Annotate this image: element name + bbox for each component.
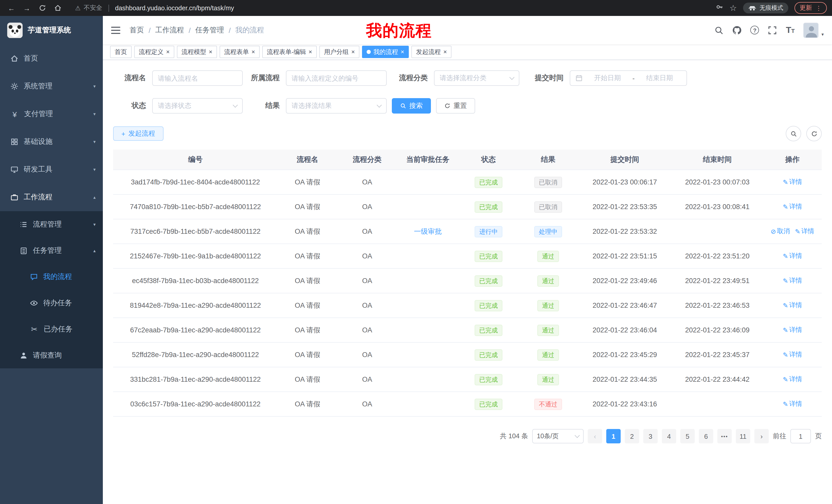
search-button[interactable]: 搜索 — [392, 98, 431, 114]
sidebar-item-done-tasks[interactable]: ✂ 已办任务 — [0, 316, 103, 342]
prev-page-button[interactable]: ‹ — [588, 429, 602, 443]
sidebar-item-todo-tasks[interactable]: 待办任务 — [0, 290, 103, 316]
toolbar: + 发起流程 — [113, 126, 822, 141]
detail-link[interactable]: ✎详情 — [783, 276, 802, 285]
tab-process-form[interactable]: 流程表单× — [219, 46, 260, 58]
reset-button[interactable]: 重置 — [436, 98, 475, 114]
detail-link[interactable]: ✎详情 — [795, 227, 814, 236]
menu-dots-icon: ⋮ — [815, 4, 822, 11]
close-icon[interactable]: × — [443, 49, 447, 55]
tab-my-process[interactable]: 我的流程× — [362, 46, 409, 58]
filter-row-2: 状态 请选择状态 结果 请选择流结果 搜索 重置 — [113, 98, 822, 114]
submit-time-range-picker[interactable]: 开始日期 - 结束日期 — [570, 71, 687, 86]
cell-submit-time: 2022-01-22 23:44:35 — [578, 375, 672, 383]
detail-link[interactable]: ✎详情 — [783, 202, 802, 211]
page-size-select[interactable]: 10条/页 — [532, 429, 583, 443]
cell-end-time: 2022-01-22 23:49:51 — [672, 277, 763, 285]
chevron-up-icon: ▴ — [93, 195, 96, 200]
home-icon[interactable] — [51, 2, 64, 14]
sidebar-item-leave-query[interactable]: 请假查询 — [0, 342, 103, 368]
hamburger-icon[interactable] — [111, 26, 120, 34]
status-select[interactable]: 请选择状态 — [152, 98, 243, 114]
result-select[interactable]: 请选择流结果 — [286, 98, 387, 114]
result-badge: 通过 — [537, 300, 559, 311]
sidebar-item-process-management[interactable]: 流程管理 ▾ — [0, 211, 103, 237]
result-badge: 不通过 — [534, 398, 562, 410]
hide-search-button[interactable] — [786, 126, 801, 141]
page-button-3[interactable]: 3 — [643, 429, 658, 443]
tab-process-model[interactable]: 流程模型× — [177, 46, 217, 58]
cancel-link[interactable]: ⊘取消 — [771, 227, 790, 236]
page-button-2[interactable]: 2 — [625, 429, 639, 443]
sidebar-item-home[interactable]: 首页 — [0, 45, 103, 73]
close-icon[interactable]: × — [400, 49, 404, 55]
page-button-11[interactable]: 11 — [736, 429, 750, 443]
incognito-badge: 无痕模式 — [743, 3, 788, 13]
sidebar-item-my-process[interactable]: 我的流程 — [0, 263, 103, 290]
close-icon[interactable]: × — [309, 49, 312, 55]
browser-update-button[interactable]: 更新 ⋮ — [795, 2, 827, 14]
jump-prefix-label: 前往 — [773, 431, 786, 441]
help-icon[interactable]: ? — [751, 26, 759, 34]
github-icon[interactable] — [732, 25, 742, 35]
detail-link[interactable]: ✎详情 — [783, 375, 802, 384]
bookmark-star-icon[interactable]: ☆ — [729, 3, 737, 13]
page-button-6[interactable]: 6 — [699, 429, 713, 443]
status-badge: 已完成 — [475, 325, 502, 336]
page-button-1[interactable]: 1 — [606, 429, 621, 443]
reload-icon[interactable] — [36, 2, 48, 14]
close-icon[interactable]: × — [166, 49, 170, 55]
table-row: 03c6c157-7b9a-11ec-a290-acde48001122 OA … — [113, 392, 822, 417]
cell-end-time: 2022-01-22 23:46:09 — [672, 326, 763, 334]
avatar — [803, 22, 819, 38]
tab-user-group[interactable]: 用户分组× — [319, 46, 359, 58]
search-icon[interactable] — [714, 25, 724, 35]
sidebar-item-workflow[interactable]: 工作流程 ▴ — [0, 184, 103, 211]
breadcrumb-workflow[interactable]: 工作流程 — [155, 25, 184, 35]
close-icon[interactable]: × — [351, 49, 355, 55]
detail-link[interactable]: ✎详情 — [783, 301, 802, 310]
current-task-link[interactable]: 一级审批 — [414, 227, 442, 235]
next-page-button[interactable]: › — [754, 429, 769, 443]
page-button-5[interactable]: 5 — [680, 429, 695, 443]
page-jump-input[interactable] — [790, 429, 811, 443]
sidebar-item-task-management[interactable]: 任务管理 ▴ — [0, 237, 103, 263]
cell-submit-time: 2022-01-22 23:53:32 — [578, 228, 672, 235]
key-icon[interactable] — [716, 3, 723, 13]
user-menu[interactable]: ▾ — [803, 22, 824, 38]
detail-link[interactable]: ✎详情 — [783, 351, 802, 359]
tab-start-process[interactable]: 发起流程× — [411, 46, 451, 58]
tab-home[interactable]: 首页 — [110, 46, 132, 58]
sidebar-item-devtools[interactable]: 研发工具 ▾ — [0, 156, 103, 184]
refresh-table-button[interactable] — [806, 126, 822, 141]
sidebar-item-infrastructure[interactable]: 基础设施 ▾ — [0, 128, 103, 156]
start-process-button[interactable]: + 发起流程 — [113, 127, 163, 141]
close-icon[interactable]: × — [252, 49, 255, 55]
detail-link[interactable]: ✎详情 — [783, 252, 802, 260]
table-row: 819442e8-7b9a-11ec-a290-acde48001122 OA … — [113, 293, 822, 318]
detail-link[interactable]: ✎详情 — [783, 400, 802, 409]
breadcrumb-task-management[interactable]: 任务管理 — [196, 25, 224, 35]
category-select[interactable]: 请选择流程分类 — [434, 71, 519, 86]
result-badge: 通过 — [537, 374, 559, 385]
detail-link[interactable]: ✎详情 — [783, 178, 802, 187]
active-dot — [367, 50, 371, 54]
app-logo[interactable]: 芋道管理系统 — [0, 16, 103, 45]
close-icon[interactable]: × — [209, 49, 212, 55]
sidebar-item-system[interactable]: 系统管理 ▾ — [0, 73, 103, 100]
more-pages-button[interactable]: ••• — [717, 429, 732, 443]
sidebar-item-payment[interactable]: ¥ 支付管理 ▾ — [0, 100, 103, 128]
site-security-chip[interactable]: ⚠ 不安全 — [75, 4, 102, 12]
page-button-4[interactable]: 4 — [662, 429, 676, 443]
process-name-input[interactable] — [152, 71, 243, 86]
back-icon[interactable]: ← — [5, 2, 18, 14]
font-size-icon[interactable]: TT — [786, 25, 795, 35]
forward-icon[interactable]: → — [21, 2, 33, 14]
detail-link[interactable]: ✎详情 — [783, 326, 802, 334]
address-bar[interactable]: dashboard.yudao.iocoder.cn/bpm/task/my — [115, 4, 716, 11]
breadcrumb-home[interactable]: 首页 — [130, 25, 144, 35]
process-def-input[interactable] — [286, 71, 387, 86]
tab-process-definition[interactable]: 流程定义× — [134, 46, 174, 58]
tab-process-form-edit[interactable]: 流程表单-编辑× — [262, 46, 317, 58]
fullscreen-icon[interactable] — [768, 25, 777, 35]
